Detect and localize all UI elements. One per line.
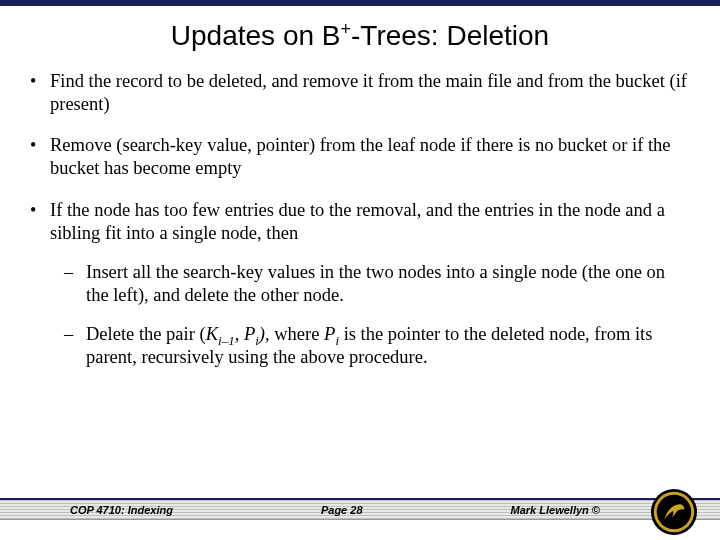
- math-var: K: [206, 324, 218, 344]
- footer-page: Page 28: [321, 504, 363, 516]
- sub-bullet-list: Insert all the search-key values in the …: [50, 261, 692, 370]
- slide-footer: COP 4710: Indexing Page 28 Mark Llewelly…: [0, 498, 720, 540]
- bullet-text: If the node has too few entries due to t…: [50, 200, 665, 243]
- title-superscript: +: [341, 19, 352, 39]
- text-fragment: Delete the pair (: [86, 324, 206, 344]
- footer-stripe: COP 4710: Indexing Page 28 Mark Llewelly…: [0, 498, 720, 520]
- math-var: P: [324, 324, 335, 344]
- text-fragment: ,: [235, 324, 244, 344]
- bullet-item: Remove (search-key value, pointer) from …: [28, 134, 692, 180]
- top-accent-bar: [0, 0, 720, 6]
- text-fragment: ),: [259, 324, 274, 344]
- footer-below: [0, 520, 720, 538]
- ucf-pegasus-logo: [650, 488, 698, 536]
- bullet-list: Find the record to be deleted, and remov…: [28, 70, 692, 369]
- sub-bullet-item: Insert all the search-key values in the …: [64, 261, 692, 307]
- title-post: -Trees: Deletion: [351, 20, 549, 51]
- bullet-item: If the node has too few entries due to t…: [28, 199, 692, 370]
- text-fragment: where: [274, 324, 324, 344]
- math-subscript: i–1: [218, 333, 235, 348]
- slide-body: Find the record to be deleted, and remov…: [0, 70, 720, 369]
- sub-bullet-item: Delete the pair (Ki–1, Pi), where Pi is …: [64, 323, 692, 369]
- bullet-item: Find the record to be deleted, and remov…: [28, 70, 692, 116]
- footer-course: COP 4710: Indexing: [70, 504, 173, 516]
- title-pre: Updates on B: [171, 20, 341, 51]
- math-var: P: [244, 324, 255, 344]
- footer-author: Mark Llewellyn ©: [511, 504, 600, 516]
- slide-title: Updates on B+-Trees: Deletion: [0, 20, 720, 52]
